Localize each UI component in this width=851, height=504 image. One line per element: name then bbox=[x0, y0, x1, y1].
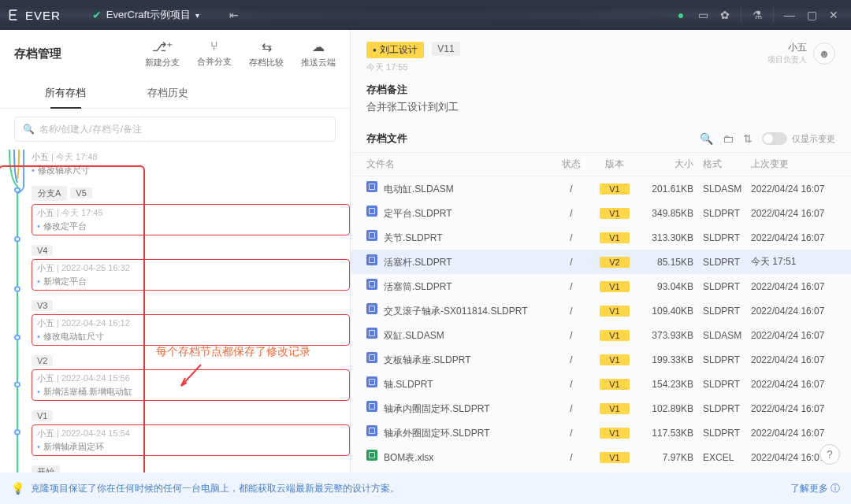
archive-panel: 存档管理 ⎇⁺新建分支 ⑂合并分支 ⇆存档比较 ☁推送云端 所有存档 存档历史 … bbox=[0, 30, 351, 472]
version-chip: V1 bbox=[600, 379, 629, 390]
file-icon bbox=[366, 279, 377, 290]
settings-icon[interactable]: ✿ bbox=[714, 4, 736, 26]
tip-footer: 💡 克隆项目保证了你在任何时候的任何一台电脑上，都能获取云端最新最完整的设计方案… bbox=[0, 472, 851, 504]
close-icon[interactable]: ✕ bbox=[823, 4, 845, 26]
file-row[interactable]: 活塞杆.SLDPRT / V2 85.15KB SLDPRT 今天 17:51 bbox=[351, 250, 851, 274]
design-tag[interactable]: 刘工设计 bbox=[366, 42, 424, 58]
remark-title: 存档备注 bbox=[366, 83, 835, 97]
search-files-icon[interactable]: 🔍 bbox=[700, 132, 713, 145]
collapse-sidebar-icon[interactable]: ⇤ bbox=[223, 4, 245, 26]
archive-node[interactable]: 小五 | 今天 17:48 •修改轴承尺寸 bbox=[32, 151, 350, 176]
version-chip: V2 bbox=[600, 257, 629, 268]
panel-title: 存档管理 bbox=[14, 46, 61, 61]
project-selector[interactable]: ✔ EverCraft示例项目 ▾ bbox=[92, 8, 199, 22]
display-icon[interactable]: ▭ bbox=[692, 4, 714, 26]
file-icon bbox=[366, 401, 377, 412]
version-tag: V1 bbox=[32, 410, 53, 421]
annotation-arrow-icon bbox=[177, 361, 209, 392]
table-header: 文件名 状态 版本 大小 格式 上次变更 bbox=[351, 153, 851, 176]
archive-node[interactable]: V4 小五 | 2022-04-25 16:32 •新增定平台 bbox=[32, 245, 350, 291]
owner-block: 小五 项目负责人 ☻ bbox=[767, 41, 835, 65]
version-tag: V4 bbox=[32, 245, 53, 256]
learn-more-link[interactable]: 了解更多 ⓘ bbox=[790, 482, 840, 495]
file-row[interactable]: 交叉滚子轴承-SX011814.SLDPRT / V1 109.40KB SLD… bbox=[351, 298, 851, 323]
version-chip: V1 bbox=[600, 354, 629, 365]
tab-history[interactable]: 存档历史 bbox=[117, 78, 219, 108]
compare-icon: ⇆ bbox=[262, 39, 272, 54]
svg-point-2 bbox=[15, 287, 20, 291]
file-icon bbox=[366, 352, 377, 363]
version-tag: V3 bbox=[32, 300, 53, 311]
file-icon bbox=[366, 303, 377, 314]
file-row[interactable]: 轴承外圈固定环.SLDPRT / V1 117.53KB SLDPRT 2022… bbox=[351, 421, 851, 445]
sort-icon[interactable]: ⇅ bbox=[743, 132, 753, 145]
version-chip: V1 bbox=[600, 452, 629, 463]
version-tag: V2 bbox=[32, 355, 53, 366]
file-row[interactable]: 支板轴承座.SLDPRT / V1 199.33KB SLDPRT 2022/0… bbox=[351, 347, 851, 372]
titlebar: EVER ✔ EverCraft示例项目 ▾ ⇤ ● ▭ ✿ ⚗ — ▢ ✕ bbox=[0, 0, 851, 30]
file-icon bbox=[366, 230, 377, 241]
archive-node[interactable]: V3 小五 | 2022-04-24 16:12 •修改电动缸尺寸 bbox=[32, 300, 350, 346]
version-chip: V1 bbox=[600, 183, 629, 195]
file-icon bbox=[366, 181, 377, 192]
push-cloud-button[interactable]: ☁推送云端 bbox=[301, 39, 336, 69]
archive-tree: 每个存档节点都保存了修改记录 小五 | 今天 17:48 •修改轴承尺寸 分支A… bbox=[0, 150, 350, 472]
svg-point-1 bbox=[15, 237, 20, 242]
search-icon: 🔍 bbox=[23, 124, 35, 135]
branch-graph bbox=[6, 150, 28, 472]
merge-icon: ⑂ bbox=[210, 39, 218, 54]
compare-button[interactable]: ⇆存档比较 bbox=[249, 39, 284, 69]
file-icon bbox=[366, 206, 377, 217]
file-icon bbox=[366, 450, 377, 461]
file-row[interactable]: 定平台.SLDPRT / V1 349.85KB SLDPRT 2022/04/… bbox=[351, 201, 851, 225]
app-logo: EVER bbox=[6, 8, 61, 22]
search-input[interactable]: 🔍 名称/创建人/存档号/备注 bbox=[14, 117, 336, 142]
detail-panel: 刘工设计 V11 今天 17:55 小五 项目负责人 ☻ 存档备注 合并张工设计… bbox=[351, 30, 851, 472]
svg-point-4 bbox=[15, 382, 20, 387]
archive-node[interactable]: V1 小五 | 2022-04-24 15:54 •新增轴承固定环 bbox=[32, 410, 350, 456]
merge-branch-button[interactable]: ⑂合并分支 bbox=[197, 39, 232, 69]
archive-node[interactable]: 分支AV5 小五 | 今天 17:45 •修改定平台 bbox=[32, 186, 350, 235]
file-icon bbox=[366, 328, 377, 339]
logo-icon bbox=[6, 8, 20, 22]
svg-point-0 bbox=[15, 187, 20, 192]
tab-all-archives[interactable]: 所有存档 bbox=[14, 78, 117, 108]
version-chip: V1 bbox=[600, 208, 629, 219]
new-branch-icon: ⎇⁺ bbox=[152, 39, 173, 54]
help-button[interactable]: ? bbox=[819, 444, 840, 465]
file-row[interactable]: 关节.SLDPRT / V1 313.30KB SLDPRT 2022/04/2… bbox=[351, 225, 851, 250]
version-badge: V11 bbox=[432, 42, 459, 56]
file-row[interactable]: 电动缸.SLDASM / V1 201.61KB SLDASM 2022/04/… bbox=[351, 176, 851, 201]
folder-icon[interactable]: 🗀 bbox=[723, 132, 734, 145]
file-row[interactable]: 活塞筒.SLDPRT / V1 93.04KB SLDPRT 2022/04/2… bbox=[351, 274, 851, 298]
bulb-icon: 💡 bbox=[11, 482, 24, 495]
file-icon bbox=[366, 425, 377, 436]
file-icon bbox=[366, 376, 377, 387]
version-chip: V1 bbox=[600, 403, 629, 414]
maximize-icon[interactable]: ▢ bbox=[801, 4, 823, 26]
archive-time: 今天 17:55 bbox=[366, 61, 460, 73]
minimize-icon[interactable]: — bbox=[779, 4, 801, 26]
svg-point-5 bbox=[15, 430, 20, 435]
archive-node[interactable]: 开始 小五 | 2022-04-24 15:51 •创建了项目 bbox=[32, 465, 350, 472]
new-branch-button[interactable]: ⎇⁺新建分支 bbox=[145, 39, 180, 69]
chevron-down-icon: ▾ bbox=[195, 11, 199, 20]
avatar-icon[interactable]: ☻ bbox=[813, 43, 835, 65]
remark-body: 合并张工设计到刘工 bbox=[366, 100, 835, 114]
file-icon bbox=[366, 254, 377, 265]
plugin-icon[interactable]: ⚗ bbox=[746, 4, 768, 26]
version-chip: V1 bbox=[600, 232, 629, 243]
changes-only-toggle[interactable] bbox=[762, 132, 787, 145]
file-row[interactable]: 轴承内圈固定环.SLDPRT / V1 102.89KB SLDPRT 2022… bbox=[351, 396, 851, 421]
version-tag: V5 bbox=[70, 187, 91, 198]
sync-icon[interactable]: ● bbox=[670, 4, 692, 26]
cloud-icon: ☁ bbox=[312, 39, 325, 54]
version-chip: V1 bbox=[600, 281, 629, 292]
annotation-text: 每个存档节点都保存了修改记录 bbox=[156, 345, 310, 359]
version-tag: 开始 bbox=[32, 465, 60, 472]
file-row[interactable]: BOM表.xlsx / V1 7.97KB EXCEL 2022/04/24 1… bbox=[351, 445, 851, 469]
file-row[interactable]: 轴.SLDPRT / V1 154.23KB SLDPRT 2022/04/24… bbox=[351, 372, 851, 396]
branch-tag: 分支A bbox=[32, 186, 67, 201]
svg-point-3 bbox=[15, 335, 20, 340]
file-row[interactable]: 双缸.SLDASM / V1 373.93KB SLDASM 2022/04/2… bbox=[351, 323, 851, 347]
